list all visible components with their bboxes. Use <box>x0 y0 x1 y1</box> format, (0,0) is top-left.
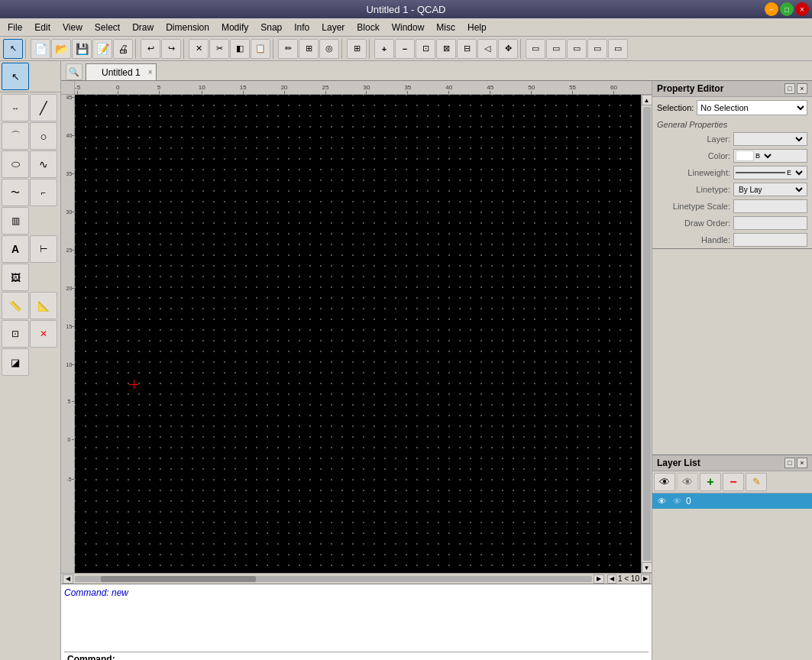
minimize-button[interactable]: − <box>765 2 778 16</box>
measure-lt[interactable]: 📏 <box>2 292 29 319</box>
tab-untitled1[interactable]: Untitled 1 × <box>86 63 157 80</box>
draw-order-input[interactable] <box>736 219 805 228</box>
layer-item-0[interactable]: 👁 👁 0 <box>652 493 812 509</box>
save-file-btn[interactable]: 💾 <box>72 39 92 59</box>
linetype-scale-input[interactable] <box>736 202 805 211</box>
select-tool-btn[interactable]: ↖ <box>3 39 23 59</box>
menu-layer[interactable]: Layer <box>315 21 351 34</box>
page-next-btn[interactable]: ▶ <box>641 574 650 584</box>
handle-input[interactable] <box>736 236 805 244</box>
layer-list-close[interactable]: × <box>797 458 807 468</box>
menu-window[interactable]: Window <box>386 21 431 34</box>
layer-select[interactable] <box>736 134 805 144</box>
menu-misc[interactable]: Misc <box>430 21 461 34</box>
menu-file[interactable]: File <box>2 21 28 34</box>
maximize-button[interactable]: □ <box>780 2 794 16</box>
color-select[interactable]: ▼ <box>762 151 774 160</box>
zoom-out-btn[interactable]: − <box>395 39 415 59</box>
menu-help[interactable]: Help <box>461 21 493 34</box>
block-lt[interactable]: ⊡ <box>2 320 29 348</box>
page-prev-btn[interactable]: ◀ <box>607 574 616 584</box>
draw-order-prop-value[interactable] <box>733 216 807 230</box>
copy-btn[interactable]: ◧ <box>230 39 250 59</box>
property-editor-detach[interactable]: □ <box>785 83 795 94</box>
close-button[interactable]: × <box>795 2 809 16</box>
layer-prop-value[interactable] <box>733 132 807 146</box>
ellipse-lt[interactable]: ⬭ <box>2 150 29 178</box>
new-file-btn[interactable]: 📄 <box>31 39 50 59</box>
menu-modify[interactable]: Modify <box>215 21 254 34</box>
clear-btn[interactable]: ✕ <box>189 39 209 59</box>
print-btn[interactable]: 🖨 <box>113 39 133 59</box>
menu-snap[interactable]: Snap <box>254 21 288 34</box>
drawing-canvas[interactable] <box>75 95 641 573</box>
layer-list-detach[interactable]: □ <box>785 458 795 468</box>
move-lt[interactable]: ↔ <box>2 94 29 121</box>
snap-btn[interactable]: ◎ <box>319 39 339 59</box>
ruler-lt[interactable]: 📐 <box>30 292 57 319</box>
zoom-all-btn[interactable]: ⊟ <box>457 39 477 59</box>
hscroll-track[interactable] <box>75 576 592 582</box>
zoom-window-btn[interactable]: ⊡ <box>416 39 435 59</box>
lineweight-prop-value[interactable]: E ▼ <box>733 166 807 180</box>
menu-dimension[interactable]: Dimension <box>160 21 215 34</box>
pline-lt[interactable]: ⌐ <box>30 179 57 206</box>
wave-lt[interactable]: 〜 <box>2 179 29 206</box>
zoom-in-btn[interactable]: + <box>374 39 394 59</box>
menu-info[interactable]: Info <box>288 21 315 34</box>
layer-edit-btn[interactable]: ✎ <box>746 473 767 491</box>
property-editor-close[interactable]: × <box>797 83 807 94</box>
vscroll-up[interactable]: ▲ <box>642 95 652 105</box>
handle-prop-value[interactable] <box>733 233 807 247</box>
vscroll[interactable]: ▲ ▼ <box>641 95 652 573</box>
open-file-btn[interactable]: 📂 <box>51 39 71 59</box>
command-input-field[interactable] <box>118 652 649 660</box>
3d-lt[interactable]: ◪ <box>2 348 29 376</box>
circle-lt[interactable]: ○ <box>30 122 57 150</box>
zoom-select-btn[interactable]: ⊠ <box>436 39 456 59</box>
line-diagonal[interactable]: ╱ <box>30 94 57 121</box>
linetype-prop-value[interactable]: By Lay <box>733 183 807 196</box>
spline-lt[interactable]: ∿ <box>30 150 57 178</box>
block-editor-btn[interactable]: ⊞ <box>299 39 319 59</box>
lineweight-select[interactable]: ▼ <box>793 168 805 177</box>
arrow-select-btn[interactable]: ↖ <box>2 63 29 90</box>
vscroll-thumb[interactable] <box>643 107 651 561</box>
selection-dropdown[interactable]: No Selection <box>697 100 807 115</box>
hscroll[interactable]: ◀ ▶ ◀ 1 < 10 ▶ <box>61 573 652 584</box>
hatch-lt[interactable]: ▥ <box>2 207 29 235</box>
color-prop-value[interactable]: B ▼ <box>733 149 807 163</box>
save-as-btn[interactable]: 📝 <box>92 39 112 59</box>
tab-close-btn[interactable]: × <box>148 68 153 76</box>
view4-btn[interactable]: ▭ <box>587 39 607 59</box>
draw-pen-btn[interactable]: ✏ <box>278 39 298 59</box>
linetype-select[interactable]: By Lay <box>736 185 805 195</box>
menu-edit[interactable]: Edit <box>28 21 57 34</box>
layer-add-btn[interactable]: + <box>700 473 721 491</box>
zoom-prev-btn[interactable]: ◁ <box>477 39 497 59</box>
menu-select[interactable]: Select <box>89 21 126 34</box>
canvas-tool-btn[interactable]: 🔍 <box>66 63 82 80</box>
vscroll-down[interactable]: ▼ <box>642 562 652 573</box>
layer-0-eye-icon[interactable]: 👁 <box>655 495 668 507</box>
layer-show-all-btn[interactable]: 👁 <box>654 473 675 491</box>
arc-lt[interactable]: ⌒ <box>2 122 29 150</box>
snap-lt[interactable]: ✕ <box>30 320 57 348</box>
hscroll-right[interactable]: ▶ <box>594 574 604 584</box>
view2-btn[interactable]: ▭ <box>546 39 566 59</box>
dimension-lt[interactable]: ⊢ <box>30 235 57 263</box>
grid-btn[interactable]: ⊞ <box>347 39 367 59</box>
view5-btn[interactable]: ▭ <box>608 39 628 59</box>
menu-view[interactable]: View <box>57 21 89 34</box>
linetype-scale-prop-value[interactable] <box>733 199 807 213</box>
paste-btn[interactable]: 📋 <box>251 39 270 59</box>
layer-0-eye2-icon[interactable]: 👁 <box>671 495 683 507</box>
view3-btn[interactable]: ▭ <box>567 39 587 59</box>
menu-draw[interactable]: Draw <box>126 21 160 34</box>
undo-btn[interactable]: ↩ <box>141 39 160 59</box>
pan-btn[interactable]: ✥ <box>498 39 518 59</box>
menu-block[interactable]: Block <box>351 21 385 34</box>
image-lt[interactable]: 🖼 <box>2 264 29 291</box>
layer-hide-all-btn[interactable]: 👁 <box>677 473 698 491</box>
layer-remove-btn[interactable]: − <box>723 473 744 491</box>
